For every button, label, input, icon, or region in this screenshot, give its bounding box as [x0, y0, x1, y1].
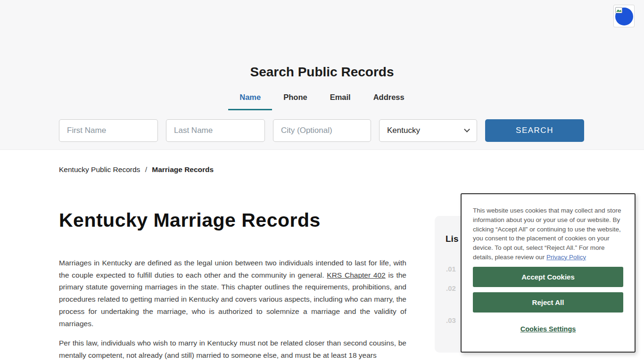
contents-item-2[interactable]: .02 [446, 284, 456, 292]
tab-phone[interactable]: Phone [272, 93, 318, 110]
tab-email[interactable]: Email [319, 93, 362, 110]
tab-name[interactable]: Name [228, 93, 272, 110]
cookies-settings-link[interactable]: Cookies Settings [520, 325, 576, 333]
city-input[interactable] [273, 119, 371, 142]
page-title: Search Public Records [0, 0, 644, 80]
accept-cookies-button[interactable]: Accept Cookies [473, 267, 623, 287]
breadcrumb: Kentucky Public Records / Marriage Recor… [59, 165, 214, 174]
last-name-input[interactable] [166, 119, 265, 142]
paragraph-text: is the primary statute governing marriag… [59, 271, 406, 328]
cookie-settings-row: Cookies Settings [473, 325, 623, 333]
breadcrumb-current: Marriage Records [152, 165, 214, 173]
cookie-message-text: This website uses cookies that may colle… [473, 207, 621, 261]
reject-all-button[interactable]: Reject All [473, 292, 623, 313]
chevron-down-icon [464, 126, 470, 132]
article-body: Marriages in Kentucky are defined as the… [59, 257, 406, 362]
article-heading: Kentucky Marriage Records [59, 209, 321, 231]
cookie-message: This website uses cookies that may colle… [473, 206, 623, 262]
cookie-consent-dialog: This website uses cookies that may colle… [461, 193, 636, 353]
contents-card-heading: Lis [446, 234, 458, 244]
privacy-policy-link[interactable]: Privacy Policy [546, 254, 586, 261]
tab-address[interactable]: Address [362, 93, 416, 110]
contents-item-3[interactable]: .03 [446, 316, 456, 324]
breadcrumb-parent-link[interactable]: Kentucky Public Records [59, 165, 140, 173]
search-tabs: Name Phone Email Address [0, 93, 644, 110]
state-select-value: Kentucky [387, 126, 420, 135]
page: Search Public Records Name Phone Email A… [0, 0, 644, 362]
breadcrumb-separator: / [145, 165, 147, 173]
search-button[interactable]: SEARCH [485, 119, 584, 142]
krs-chapter-402-link[interactable]: KRS Chapter 402 [327, 271, 385, 279]
search-form: Kentucky SEARCH [59, 119, 584, 142]
first-name-input[interactable] [59, 119, 158, 142]
broken-image-icon [615, 7, 622, 13]
state-select[interactable]: Kentucky [379, 119, 477, 142]
accessibility-widget-button[interactable] [613, 5, 635, 27]
article-paragraph-2: Per this law, individuals who wish to ma… [59, 337, 406, 361]
contents-item-1[interactable]: .01 [446, 265, 456, 273]
search-hero: Search Public Records Name Phone Email A… [0, 0, 644, 150]
article-paragraph-1: Marriages in Kentucky are defined as the… [59, 257, 406, 329]
